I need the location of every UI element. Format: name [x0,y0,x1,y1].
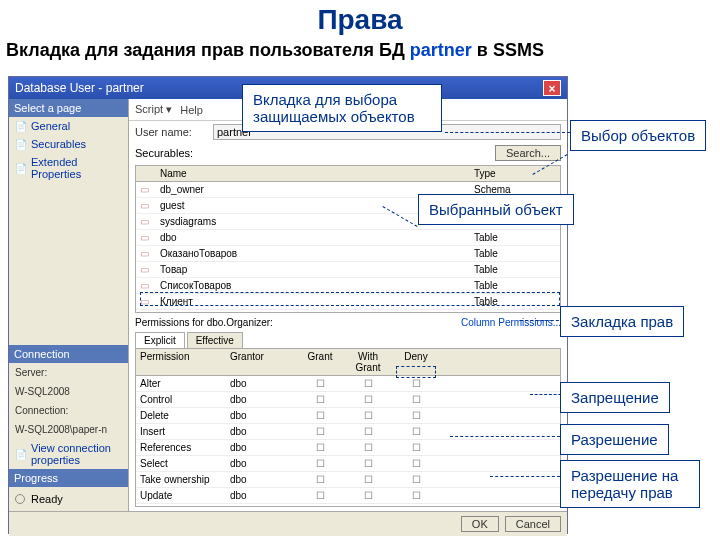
perm-header: Permissions for dbo.Organizer: [135,317,273,328]
securables-label: Securables: [135,147,193,159]
subtitle-part-a: Вкладка для задания прав пользователя БД [6,40,410,60]
th-name: Name [156,166,470,181]
script-button[interactable]: Script ▾ [135,103,172,116]
table-row[interactable]: КлиентTable [136,294,560,310]
page-title: Права [0,0,720,40]
annot-deny: Запрещение [560,382,670,413]
annot-securables-tab: Вкладка для выбора защищаемых объектов [242,84,442,132]
conn-server: W-SQL2008 [9,382,128,401]
perm-row[interactable]: Updatedbo [136,488,560,504]
sidebar-item-securables[interactable]: Securables [9,135,128,153]
help-button[interactable]: Help [180,104,203,116]
annot-perm-tab: Закладка прав [560,306,684,337]
sidebar-hdr-pages: Select a page [9,99,128,117]
sidebar-hdr-progress: Progress [9,469,128,487]
progress-icon [15,494,25,504]
perm-row[interactable]: Referencesdbo [136,440,560,456]
ph-permission: Permission [136,349,226,375]
subtitle-partner: partner [410,40,472,60]
table-row[interactable]: ОказаноТоваровTable [136,246,560,262]
annot-wgrant: Разрешение на передачу прав [560,460,700,508]
conn-server-lbl: Server: [9,363,128,382]
subtitle-part-c: в SSMS [472,40,544,60]
annot-grant: Разрешение [560,424,669,455]
ph-grant: Grant [296,349,344,375]
tab-effective[interactable]: Effective [187,332,243,348]
close-icon[interactable]: × [543,80,561,96]
main-panel: Script ▾ Help User name: Securables: Sea… [129,99,567,511]
permissions-table[interactable]: Permission Grantor Grant With Grant Deny… [135,348,561,507]
securables-table[interactable]: Name Type db_ownerSchemaguestSchemasysdi… [135,165,561,313]
ph-grantor: Grantor [226,349,296,375]
table-row[interactable]: СписокТоваровTable [136,278,560,294]
table-row[interactable]: ОрганизацияTable [136,310,560,313]
perm-row[interactable]: Selectdbo [136,456,560,472]
sidebar: Select a page General Securables Extende… [9,99,129,511]
conn-value: W-SQL2008\paper-n [9,420,128,439]
annot-selected: Выбранный объект [418,194,574,225]
perm-row[interactable]: Alterdbo [136,376,560,392]
progress-ready: Ready [31,493,63,505]
ok-button[interactable]: OK [461,516,499,532]
table-row[interactable]: ТоварTable [136,262,560,278]
annot-search: Выбор объектов [570,120,706,151]
perm-row[interactable]: Deletedbo [136,408,560,424]
perm-row[interactable]: Controldbo [136,392,560,408]
user-label: User name: [135,126,205,138]
search-button[interactable]: Search... [495,145,561,161]
th-type: Type [470,166,560,181]
conn-lbl: Connection: [9,401,128,420]
column-perm-link[interactable]: Column Permissions... [461,317,561,328]
perm-row[interactable]: Insertdbo [136,424,560,440]
sidebar-hdr-connection: Connection [9,345,128,363]
cancel-button[interactable]: Cancel [505,516,561,532]
page-subtitle: Вкладка для задания прав пользователя БД… [0,40,720,67]
perm-row[interactable]: View change trackingdbo [136,504,560,507]
tab-explicit[interactable]: Explicit [135,332,185,348]
ph-wgrant: With Grant [344,349,392,375]
table-row[interactable]: dboTable [136,230,560,246]
sidebar-item-general[interactable]: General [9,117,128,135]
dialog-window: Database User - partner × Select a page … [8,76,568,534]
sidebar-item-extended[interactable]: Extended Properties [9,153,128,183]
view-conn-link[interactable]: View connection properties [9,439,128,469]
perm-row[interactable]: Take ownershipdbo [136,472,560,488]
ph-deny: Deny [392,349,440,375]
window-title: Database User - partner [15,81,144,95]
